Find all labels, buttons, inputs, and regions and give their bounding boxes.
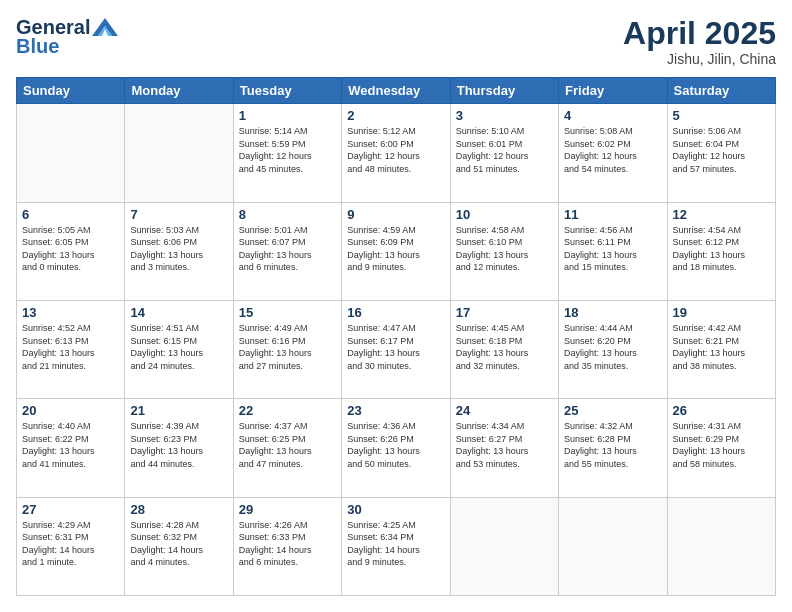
table-row: 19Sunrise: 4:42 AM Sunset: 6:21 PM Dayli… bbox=[667, 300, 775, 398]
day-info: Sunrise: 5:06 AM Sunset: 6:04 PM Dayligh… bbox=[673, 125, 770, 175]
day-info: Sunrise: 4:29 AM Sunset: 6:31 PM Dayligh… bbox=[22, 519, 119, 569]
table-row: 30Sunrise: 4:25 AM Sunset: 6:34 PM Dayli… bbox=[342, 497, 450, 595]
col-friday: Friday bbox=[559, 78, 667, 104]
table-row: 6Sunrise: 5:05 AM Sunset: 6:05 PM Daylig… bbox=[17, 202, 125, 300]
week-row-2: 6Sunrise: 5:05 AM Sunset: 6:05 PM Daylig… bbox=[17, 202, 776, 300]
day-number: 25 bbox=[564, 403, 661, 418]
day-info: Sunrise: 4:37 AM Sunset: 6:25 PM Dayligh… bbox=[239, 420, 336, 470]
table-row: 13Sunrise: 4:52 AM Sunset: 6:13 PM Dayli… bbox=[17, 300, 125, 398]
day-info: Sunrise: 4:51 AM Sunset: 6:15 PM Dayligh… bbox=[130, 322, 227, 372]
day-number: 20 bbox=[22, 403, 119, 418]
day-number: 16 bbox=[347, 305, 444, 320]
day-info: Sunrise: 4:45 AM Sunset: 6:18 PM Dayligh… bbox=[456, 322, 553, 372]
day-number: 8 bbox=[239, 207, 336, 222]
day-info: Sunrise: 4:26 AM Sunset: 6:33 PM Dayligh… bbox=[239, 519, 336, 569]
col-saturday: Saturday bbox=[667, 78, 775, 104]
day-info: Sunrise: 4:54 AM Sunset: 6:12 PM Dayligh… bbox=[673, 224, 770, 274]
day-info: Sunrise: 4:25 AM Sunset: 6:34 PM Dayligh… bbox=[347, 519, 444, 569]
day-info: Sunrise: 4:56 AM Sunset: 6:11 PM Dayligh… bbox=[564, 224, 661, 274]
day-info: Sunrise: 5:14 AM Sunset: 5:59 PM Dayligh… bbox=[239, 125, 336, 175]
day-number: 11 bbox=[564, 207, 661, 222]
table-row: 11Sunrise: 4:56 AM Sunset: 6:11 PM Dayli… bbox=[559, 202, 667, 300]
day-number: 29 bbox=[239, 502, 336, 517]
day-number: 5 bbox=[673, 108, 770, 123]
day-info: Sunrise: 4:47 AM Sunset: 6:17 PM Dayligh… bbox=[347, 322, 444, 372]
week-row-1: 1Sunrise: 5:14 AM Sunset: 5:59 PM Daylig… bbox=[17, 104, 776, 202]
day-number: 28 bbox=[130, 502, 227, 517]
day-number: 1 bbox=[239, 108, 336, 123]
day-info: Sunrise: 5:01 AM Sunset: 6:07 PM Dayligh… bbox=[239, 224, 336, 274]
col-thursday: Thursday bbox=[450, 78, 558, 104]
table-row: 17Sunrise: 4:45 AM Sunset: 6:18 PM Dayli… bbox=[450, 300, 558, 398]
day-number: 26 bbox=[673, 403, 770, 418]
table-row: 3Sunrise: 5:10 AM Sunset: 6:01 PM Daylig… bbox=[450, 104, 558, 202]
day-number: 21 bbox=[130, 403, 227, 418]
day-info: Sunrise: 4:44 AM Sunset: 6:20 PM Dayligh… bbox=[564, 322, 661, 372]
day-number: 7 bbox=[130, 207, 227, 222]
day-info: Sunrise: 4:58 AM Sunset: 6:10 PM Dayligh… bbox=[456, 224, 553, 274]
table-row: 27Sunrise: 4:29 AM Sunset: 6:31 PM Dayli… bbox=[17, 497, 125, 595]
day-info: Sunrise: 4:42 AM Sunset: 6:21 PM Dayligh… bbox=[673, 322, 770, 372]
day-number: 14 bbox=[130, 305, 227, 320]
day-info: Sunrise: 5:12 AM Sunset: 6:00 PM Dayligh… bbox=[347, 125, 444, 175]
page: General Blue April 2025 Jishu, Jilin, Ch… bbox=[0, 0, 792, 612]
table-row: 8Sunrise: 5:01 AM Sunset: 6:07 PM Daylig… bbox=[233, 202, 341, 300]
day-info: Sunrise: 4:52 AM Sunset: 6:13 PM Dayligh… bbox=[22, 322, 119, 372]
table-row: 7Sunrise: 5:03 AM Sunset: 6:06 PM Daylig… bbox=[125, 202, 233, 300]
table-row: 24Sunrise: 4:34 AM Sunset: 6:27 PM Dayli… bbox=[450, 399, 558, 497]
table-row: 29Sunrise: 4:26 AM Sunset: 6:33 PM Dayli… bbox=[233, 497, 341, 595]
day-number: 24 bbox=[456, 403, 553, 418]
day-number: 22 bbox=[239, 403, 336, 418]
day-info: Sunrise: 4:36 AM Sunset: 6:26 PM Dayligh… bbox=[347, 420, 444, 470]
logo: General Blue bbox=[16, 16, 118, 58]
table-row: 15Sunrise: 4:49 AM Sunset: 6:16 PM Dayli… bbox=[233, 300, 341, 398]
day-number: 4 bbox=[564, 108, 661, 123]
day-info: Sunrise: 4:39 AM Sunset: 6:23 PM Dayligh… bbox=[130, 420, 227, 470]
header: General Blue April 2025 Jishu, Jilin, Ch… bbox=[16, 16, 776, 67]
day-number: 10 bbox=[456, 207, 553, 222]
day-number: 6 bbox=[22, 207, 119, 222]
title-block: April 2025 Jishu, Jilin, China bbox=[623, 16, 776, 67]
day-info: Sunrise: 4:32 AM Sunset: 6:28 PM Dayligh… bbox=[564, 420, 661, 470]
table-row: 12Sunrise: 4:54 AM Sunset: 6:12 PM Dayli… bbox=[667, 202, 775, 300]
location: Jishu, Jilin, China bbox=[623, 51, 776, 67]
day-info: Sunrise: 4:34 AM Sunset: 6:27 PM Dayligh… bbox=[456, 420, 553, 470]
table-row bbox=[559, 497, 667, 595]
week-row-4: 20Sunrise: 4:40 AM Sunset: 6:22 PM Dayli… bbox=[17, 399, 776, 497]
table-row: 21Sunrise: 4:39 AM Sunset: 6:23 PM Dayli… bbox=[125, 399, 233, 497]
table-row bbox=[667, 497, 775, 595]
logo-icon bbox=[92, 18, 118, 36]
day-info: Sunrise: 4:31 AM Sunset: 6:29 PM Dayligh… bbox=[673, 420, 770, 470]
table-row: 18Sunrise: 4:44 AM Sunset: 6:20 PM Dayli… bbox=[559, 300, 667, 398]
day-number: 2 bbox=[347, 108, 444, 123]
table-row: 16Sunrise: 4:47 AM Sunset: 6:17 PM Dayli… bbox=[342, 300, 450, 398]
table-row: 22Sunrise: 4:37 AM Sunset: 6:25 PM Dayli… bbox=[233, 399, 341, 497]
table-row: 4Sunrise: 5:08 AM Sunset: 6:02 PM Daylig… bbox=[559, 104, 667, 202]
day-info: Sunrise: 4:49 AM Sunset: 6:16 PM Dayligh… bbox=[239, 322, 336, 372]
table-row: 5Sunrise: 5:06 AM Sunset: 6:04 PM Daylig… bbox=[667, 104, 775, 202]
day-info: Sunrise: 4:28 AM Sunset: 6:32 PM Dayligh… bbox=[130, 519, 227, 569]
day-info: Sunrise: 4:59 AM Sunset: 6:09 PM Dayligh… bbox=[347, 224, 444, 274]
table-row: 25Sunrise: 4:32 AM Sunset: 6:28 PM Dayli… bbox=[559, 399, 667, 497]
col-sunday: Sunday bbox=[17, 78, 125, 104]
table-row: 1Sunrise: 5:14 AM Sunset: 5:59 PM Daylig… bbox=[233, 104, 341, 202]
table-row: 20Sunrise: 4:40 AM Sunset: 6:22 PM Dayli… bbox=[17, 399, 125, 497]
calendar: Sunday Monday Tuesday Wednesday Thursday… bbox=[16, 77, 776, 596]
day-info: Sunrise: 5:08 AM Sunset: 6:02 PM Dayligh… bbox=[564, 125, 661, 175]
day-info: Sunrise: 5:05 AM Sunset: 6:05 PM Dayligh… bbox=[22, 224, 119, 274]
day-number: 13 bbox=[22, 305, 119, 320]
day-number: 19 bbox=[673, 305, 770, 320]
table-row: 26Sunrise: 4:31 AM Sunset: 6:29 PM Dayli… bbox=[667, 399, 775, 497]
day-number: 27 bbox=[22, 502, 119, 517]
table-row bbox=[17, 104, 125, 202]
table-row: 23Sunrise: 4:36 AM Sunset: 6:26 PM Dayli… bbox=[342, 399, 450, 497]
day-number: 23 bbox=[347, 403, 444, 418]
table-row: 28Sunrise: 4:28 AM Sunset: 6:32 PM Dayli… bbox=[125, 497, 233, 595]
day-number: 12 bbox=[673, 207, 770, 222]
day-number: 17 bbox=[456, 305, 553, 320]
day-info: Sunrise: 5:10 AM Sunset: 6:01 PM Dayligh… bbox=[456, 125, 553, 175]
table-row: 14Sunrise: 4:51 AM Sunset: 6:15 PM Dayli… bbox=[125, 300, 233, 398]
col-wednesday: Wednesday bbox=[342, 78, 450, 104]
col-tuesday: Tuesday bbox=[233, 78, 341, 104]
day-info: Sunrise: 5:03 AM Sunset: 6:06 PM Dayligh… bbox=[130, 224, 227, 274]
